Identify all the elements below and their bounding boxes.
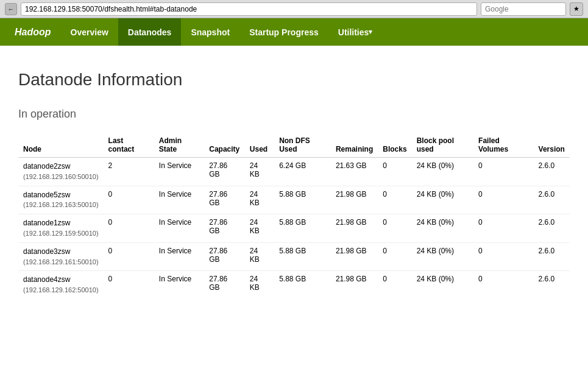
bookmark-icon[interactable]: ★	[570, 2, 583, 16]
url-bar[interactable]	[21, 2, 477, 16]
col-non-dfs-used: Non DFS Used	[274, 133, 331, 158]
node-ip: (192.168.129.160:50010)	[23, 173, 99, 180]
cell-last-contact: 0	[104, 186, 154, 214]
cell-version: 2.6.0	[534, 186, 570, 214]
col-block-pool-used: Block pool used	[412, 133, 473, 158]
cell-last-contact: 0	[104, 242, 154, 271]
cell-non-dfs-used: 5.88 GB	[274, 214, 331, 243]
cell-used: 24 KB	[245, 242, 274, 271]
navbar-item-utilities[interactable]: Utilities	[328, 18, 383, 46]
table-row: datanode5zsw (192.168.129.163:50010) 0 I…	[18, 186, 570, 214]
node-ip: (192.168.129.159:50010)	[23, 230, 99, 237]
cell-blocks: 0	[378, 186, 411, 214]
col-node: Node	[18, 133, 104, 158]
col-remaining: Remaining	[331, 133, 378, 158]
cell-non-dfs-used: 5.88 GB	[274, 271, 331, 299]
cell-admin-state: In Service	[154, 214, 204, 243]
cell-admin-state: In Service	[154, 242, 204, 271]
cell-last-contact: 0	[104, 271, 154, 299]
cell-capacity: 27.86 GB	[204, 271, 245, 299]
cell-version: 2.6.0	[534, 242, 570, 271]
node-ip: (192.168.129.162:50010)	[23, 286, 99, 294]
cell-remaining: 21.98 GB	[331, 214, 378, 243]
cell-remaining: 21.98 GB	[331, 271, 378, 299]
cell-node[interactable]: datanode3zsw (192.168.129.161:50010)	[18, 242, 104, 271]
cell-used: 24 KB	[245, 158, 274, 186]
node-ip: (192.168.129.163:50010)	[23, 201, 99, 208]
navbar-item-datanodes[interactable]: Datanodes	[118, 18, 182, 46]
cell-node[interactable]: datanode5zsw (192.168.129.163:50010)	[18, 186, 104, 214]
cell-version: 2.6.0	[534, 214, 570, 243]
cell-non-dfs-used: 5.88 GB	[274, 242, 331, 271]
cell-block-pool-used: 24 KB (0%)	[412, 242, 473, 271]
cell-failed-volumes: 0	[473, 158, 534, 186]
cell-block-pool-used: 24 KB (0%)	[412, 186, 473, 214]
col-used: Used	[245, 133, 274, 158]
cell-remaining: 21.63 GB	[331, 158, 378, 186]
cell-remaining: 21.98 GB	[331, 242, 378, 271]
cell-used: 24 KB	[245, 186, 274, 214]
cell-version: 2.6.0	[534, 271, 570, 299]
cell-capacity: 27.86 GB	[204, 158, 245, 186]
navbar-brand[interactable]: Hadoop	[5, 18, 61, 46]
col-last-contact: Last contact	[104, 133, 154, 158]
node-name: datanode5zsw	[23, 191, 70, 199]
cell-blocks: 0	[378, 158, 411, 186]
cell-version: 2.6.0	[534, 158, 570, 186]
cell-capacity: 27.86 GB	[204, 214, 245, 243]
table-row: datanode2zsw (192.168.129.160:50010) 2 I…	[18, 158, 570, 186]
node-name: datanode4zsw	[23, 275, 70, 284]
cell-block-pool-used: 24 KB (0%)	[412, 214, 473, 243]
cell-non-dfs-used: 6.24 GB	[274, 158, 331, 186]
cell-last-contact: 2	[104, 158, 154, 186]
col-blocks: Blocks	[378, 133, 411, 158]
page-title: Datanode Information	[18, 70, 570, 90]
cell-failed-volumes: 0	[473, 271, 534, 299]
cell-blocks: 0	[378, 214, 411, 243]
node-name: datanode1zsw	[23, 219, 70, 227]
table-row: datanode3zsw (192.168.129.161:50010) 0 I…	[18, 242, 570, 271]
navbar-item-overview[interactable]: Overview	[61, 18, 118, 46]
datanode-table: Node Last contact Admin State Capacity U…	[18, 133, 570, 299]
cell-admin-state: In Service	[154, 158, 204, 186]
cell-admin-state: In Service	[154, 271, 204, 299]
cell-non-dfs-used: 5.88 GB	[274, 186, 331, 214]
cell-admin-state: In Service	[154, 186, 204, 214]
col-capacity: Capacity	[204, 133, 245, 158]
cell-failed-volumes: 0	[473, 186, 534, 214]
col-admin-state: Admin State	[154, 133, 204, 158]
cell-used: 24 KB	[245, 271, 274, 299]
navbar: Hadoop Overview Datanodes Snapshot Start…	[0, 18, 588, 46]
node-ip: (192.168.129.161:50010)	[23, 258, 99, 266]
cell-capacity: 27.86 GB	[204, 242, 245, 271]
table-row: datanode1zsw (192.168.129.159:50010) 0 I…	[18, 214, 570, 243]
cell-capacity: 27.86 GB	[204, 186, 245, 214]
cell-node[interactable]: datanode2zsw (192.168.129.160:50010)	[18, 158, 104, 186]
col-failed-volumes: Failed Volumes	[473, 133, 534, 158]
cell-remaining: 21.98 GB	[331, 186, 378, 214]
cell-block-pool-used: 24 KB (0%)	[412, 271, 473, 299]
cell-failed-volumes: 0	[473, 214, 534, 243]
table-row: datanode4zsw (192.168.129.162:50010) 0 I…	[18, 271, 570, 299]
browser-chrome: ← ★	[0, 0, 588, 18]
cell-last-contact: 0	[104, 214, 154, 243]
cell-block-pool-used: 24 KB (0%)	[412, 158, 473, 186]
navbar-item-startup-progress[interactable]: Startup Progress	[239, 18, 328, 46]
cell-blocks: 0	[378, 242, 411, 271]
navbar-item-snapshot[interactable]: Snapshot	[181, 18, 239, 46]
cell-node[interactable]: datanode1zsw (192.168.129.159:50010)	[18, 214, 104, 243]
cell-blocks: 0	[378, 271, 411, 299]
col-version: Version	[534, 133, 570, 158]
search-bar[interactable]	[481, 2, 566, 16]
node-name: datanode3zsw	[23, 247, 70, 256]
node-name: datanode2zsw	[23, 162, 70, 171]
cell-used: 24 KB	[245, 214, 274, 243]
back-button[interactable]: ←	[5, 3, 17, 15]
cell-node[interactable]: datanode4zsw (192.168.129.162:50010)	[18, 271, 104, 299]
section-title: In operation	[18, 108, 570, 121]
cell-failed-volumes: 0	[473, 242, 534, 271]
main-content: Datanode Information In operation Node L…	[0, 46, 588, 311]
